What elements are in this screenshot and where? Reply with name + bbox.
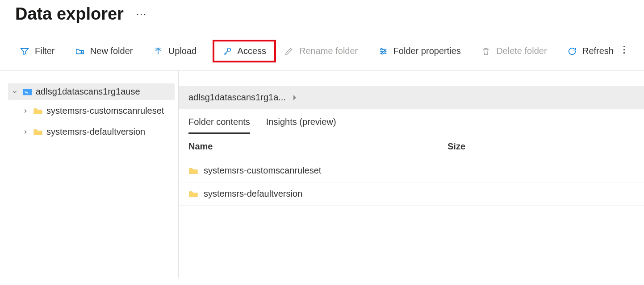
toolbar-overflow-button[interactable] [622,45,629,57]
folder-properties-button[interactable]: Folder properties [374,43,465,59]
tree-node-root-label: adlsg1datascans1rg1ause [36,86,171,97]
svg-point-1 [381,48,382,50]
chevron-right-icon [22,108,29,114]
more-actions-button[interactable]: ··· [136,8,147,20]
rename-folder-button: Rename folder [280,43,362,59]
table-header: Name Size [179,134,644,159]
tree-node-child-label: systemsrs-defaultversion [46,126,171,137]
toolbar: Filter New folder Upload Access Rename f… [0,27,644,71]
column-header-name[interactable]: Name [188,141,447,152]
pencil-icon [284,46,294,56]
tab-folder-contents[interactable]: Folder contents [188,117,250,134]
folder-icon [33,128,43,136]
svg-rect-5 [623,49,625,50]
filter-label: Filter [35,46,54,56]
rename-folder-label: Rename folder [299,46,358,56]
content-panel: adlsg1datascans1rg1a... Folder contents … [179,71,644,278]
tab-insights[interactable]: Insights (preview) [266,117,336,134]
svg-point-0 [227,48,230,51]
svg-point-2 [384,50,385,52]
upload-button[interactable]: Upload [149,43,201,59]
tree-node-child[interactable]: systemsrs-customscanruleset [19,103,175,119]
table-row[interactable]: systemsrs-defaultversion [179,182,644,206]
page-title: Data explorer [15,4,124,24]
tree-panel: adlsg1datascans1rg1ause systemsrs-custom… [0,71,179,278]
row-name: systemsrs-customscanruleset [204,165,457,176]
access-button[interactable]: Access [213,40,276,62]
tree-node-child-label: systemsrs-customscanruleset [46,105,171,116]
folder-icon [188,190,198,198]
folder-contents-table: Name Size systemsrs-customscanruleset sy… [179,134,644,206]
breadcrumb: adlsg1datascans1rg1a... [179,86,644,109]
new-folder-button[interactable]: New folder [71,43,138,59]
chevron-down-icon [12,89,19,95]
delete-folder-label: Delete folder [496,46,547,56]
filter-button[interactable]: Filter [15,43,59,59]
new-folder-label: New folder [90,46,133,56]
refresh-icon [567,46,577,56]
folder-properties-label: Folder properties [393,46,461,56]
trash-icon [481,46,491,56]
row-name: systemsrs-defaultversion [204,189,457,199]
column-header-size[interactable]: Size [447,141,634,152]
breadcrumb-item[interactable]: adlsg1datascans1rg1a... [188,92,286,103]
svg-rect-4 [623,46,625,47]
storage-icon [22,87,32,96]
tree-node-child[interactable]: systemsrs-defaultversion [19,124,175,140]
sliders-icon [378,46,388,56]
tabs: Folder contents Insights (preview) [179,109,644,134]
delete-folder-button: Delete folder [477,43,551,59]
upload-icon [153,46,163,56]
svg-point-3 [381,52,383,54]
filter-icon [20,46,29,56]
table-row[interactable]: systemsrs-customscanruleset [179,159,644,182]
refresh-button[interactable]: Refresh [563,43,618,59]
tree-node-root[interactable]: adlsg1datascans1rg1ause [8,83,175,100]
svg-rect-6 [623,52,625,54]
upload-label: Upload [168,46,197,56]
new-folder-icon [75,46,85,56]
refresh-label: Refresh [582,46,614,56]
key-icon [222,46,232,56]
chevron-right-icon [292,94,297,101]
folder-icon [33,107,43,116]
folder-icon [188,166,198,175]
access-label: Access [238,46,266,56]
chevron-right-icon [22,129,29,135]
